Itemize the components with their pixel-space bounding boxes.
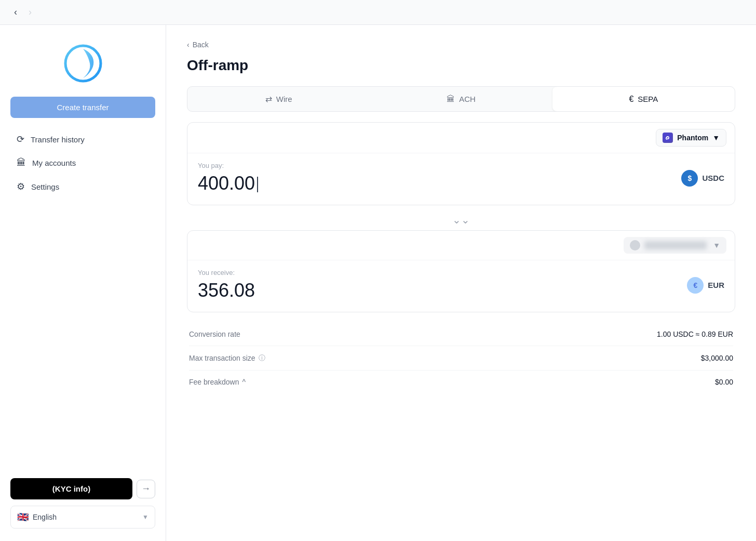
- page-title: Off-ramp: [187, 57, 735, 74]
- max-transaction-label: Max transaction size ⓘ: [189, 353, 265, 363]
- language-selector[interactable]: 🇬🇧 English ▼: [10, 506, 155, 529]
- my-accounts-icon: 🏛: [17, 157, 26, 168]
- receive-label: You receive:: [198, 269, 255, 276]
- wallet-selector[interactable]: Phantom ▼: [656, 129, 726, 147]
- bank-account-selector[interactable]: ▼: [624, 237, 726, 254]
- pay-amount-section: You pay: 400.00: [198, 162, 258, 194]
- my-accounts-label: My accounts: [32, 159, 76, 167]
- fee-breakdown-label: Fee breakdown ^: [189, 378, 246, 386]
- tab-wire[interactable]: ⇄ Wire: [187, 87, 370, 111]
- receive-currency-badge[interactable]: € EUR: [687, 277, 724, 294]
- create-transfer-button[interactable]: Create transfer: [10, 97, 155, 118]
- logo-area: [10, 43, 155, 84]
- settings-icon: ⚙: [17, 181, 25, 192]
- transfer-history-label: Transfer history: [31, 135, 85, 144]
- sidebar-navigation: ⟳ Transfer history 🏛 My accounts ⚙ Setti…: [10, 128, 155, 197]
- kyc-row: (KYC info) →: [10, 478, 155, 499]
- ach-tab-icon: 🏛: [447, 95, 455, 104]
- sepa-tab-label: SEPA: [638, 95, 658, 103]
- top-navigation-bar: ‹ ›: [0, 0, 756, 25]
- flag-icon: 🇬🇧: [17, 511, 29, 523]
- sidebar-item-transfer-history[interactable]: ⟳ Transfer history: [10, 128, 155, 150]
- you-pay-card: Phantom ▼ You pay: 400.00 $ USDC: [187, 122, 735, 205]
- wallet-selector-row: Phantom ▼: [187, 123, 735, 153]
- language-label: English: [33, 513, 57, 521]
- back-arrow-icon: ‹: [187, 41, 190, 49]
- bank-selector-row: ▼: [187, 231, 735, 260]
- usdc-icon: $: [681, 170, 698, 187]
- main-content: ‹ Back Off-ramp ⇄ Wire 🏛 ACH € SEPA: [166, 25, 756, 541]
- pay-amount[interactable]: 400.00: [198, 173, 258, 194]
- bank-icon: [630, 240, 640, 250]
- sidebar-item-my-accounts[interactable]: 🏛 My accounts: [10, 152, 155, 174]
- max-transaction-value: $3,000.00: [701, 354, 733, 362]
- back-link[interactable]: ‹ Back: [187, 41, 735, 49]
- you-receive-card: ▼ You receive: 356.08 € EUR: [187, 230, 735, 312]
- ach-tab-label: ACH: [459, 95, 476, 103]
- wire-tab-label: Wire: [276, 95, 292, 103]
- pay-currency-label: USDC: [702, 174, 724, 182]
- payment-method-tabs: ⇄ Wire 🏛 ACH € SEPA: [187, 86, 735, 112]
- swap-indicator: ⌄⌄: [187, 209, 735, 230]
- wire-tab-icon: ⇄: [265, 94, 272, 104]
- conversion-rate-row: Conversion rate 1.00 USDC ≈ 0.89 EUR: [189, 323, 733, 346]
- sepa-tab-icon: €: [629, 95, 633, 104]
- bank-chevron-icon: ▼: [713, 241, 720, 249]
- max-transaction-row: Max transaction size ⓘ $3,000.00: [189, 346, 733, 371]
- receive-amount-row: You receive: 356.08 € EUR: [187, 260, 735, 312]
- kyc-exit-button[interactable]: →: [137, 480, 155, 498]
- swap-icon: ⌄⌄: [452, 214, 470, 226]
- forward-nav-button[interactable]: ›: [23, 5, 37, 20]
- fee-breakdown-row: Fee breakdown ^ $0.00: [189, 371, 733, 393]
- text-cursor: [257, 177, 258, 192]
- app-logo: [62, 43, 104, 84]
- tab-sepa[interactable]: € SEPA: [552, 87, 735, 111]
- sidebar-item-settings[interactable]: ⚙ Settings: [10, 176, 155, 197]
- pay-amount-row: You pay: 400.00 $ USDC: [187, 153, 735, 205]
- fee-breakdown-value: $0.00: [715, 378, 733, 386]
- wallet-chevron-icon: ▼: [712, 134, 720, 142]
- blurred-bank-name: [644, 241, 707, 249]
- info-icon[interactable]: ⓘ: [259, 353, 265, 363]
- back-nav-button[interactable]: ‹: [8, 5, 23, 20]
- language-chevron-icon: ▼: [142, 513, 148, 521]
- receive-amount: 356.08: [198, 280, 255, 301]
- tab-ach[interactable]: 🏛 ACH: [370, 87, 552, 111]
- fee-chevron-icon[interactable]: ^: [242, 378, 246, 386]
- receive-amount-section: You receive: 356.08: [198, 269, 255, 301]
- svg-point-0: [65, 46, 101, 81]
- conversion-rate-value: 1.00 USDC ≈ 0.89 EUR: [657, 330, 733, 338]
- sidebar-bottom: (KYC info) → 🇬🇧 English ▼: [10, 478, 155, 529]
- transfer-history-icon: ⟳: [17, 134, 24, 145]
- settings-label: Settings: [31, 182, 59, 191]
- app-container: Create transfer ⟳ Transfer history 🏛 My …: [0, 25, 756, 541]
- conversion-rate-label: Conversion rate: [189, 330, 240, 338]
- phantom-wallet-icon: [663, 133, 673, 143]
- exit-icon: →: [141, 483, 151, 494]
- pay-label: You pay:: [198, 162, 258, 169]
- svg-rect-1: [664, 134, 671, 141]
- receive-currency-label: EUR: [708, 281, 724, 289]
- kyc-info-button[interactable]: (KYC info): [10, 478, 132, 499]
- eur-icon: €: [687, 277, 704, 294]
- transaction-info-section: Conversion rate 1.00 USDC ≈ 0.89 EUR Max…: [187, 323, 735, 393]
- wallet-name: Phantom: [677, 134, 708, 142]
- sidebar: Create transfer ⟳ Transfer history 🏛 My …: [0, 25, 166, 541]
- pay-currency-badge[interactable]: $ USDC: [681, 170, 724, 187]
- back-label: Back: [193, 41, 209, 49]
